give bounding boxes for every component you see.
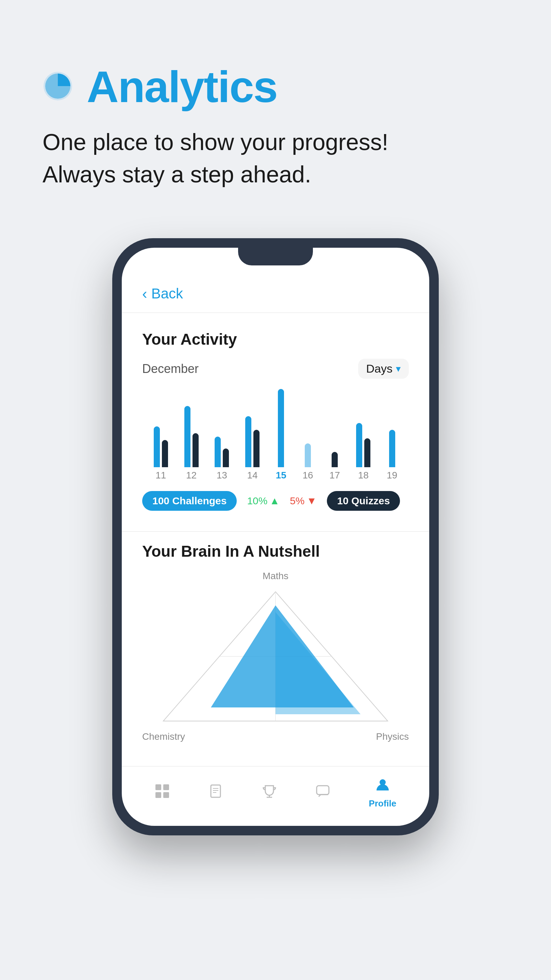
quizzes-badge: 10 Quizzes [327,491,400,511]
phone-notch [238,248,313,266]
activity-header: December Days ▾ [142,359,409,379]
stats-row: 100 Challenges 10% ▲ 5% ▼ 10 Quizzes [142,491,409,511]
svg-rect-8 [156,784,161,790]
maths-label: Maths [263,571,288,582]
nav-item-profile[interactable]: Profile [369,777,396,809]
phone-outer: ‹ Back Your Activity December Days ▾ [112,238,439,835]
day-label: 11 [156,470,166,481]
page-title: Analytics [87,61,277,112]
chat-icon [315,784,330,802]
header-section: Analytics One place to show your progres… [0,0,551,211]
bar-chart: 11 12 [142,392,409,481]
bar [364,438,370,467]
bar-group-17: 17 [329,452,340,481]
svg-rect-18 [317,786,329,795]
bar [332,452,338,467]
brain-title: Your Brain In A Nutshell [142,542,409,560]
brain-svg [156,585,395,728]
days-dropdown[interactable]: Days ▾ [358,359,409,379]
trophy-icon [262,784,277,802]
down-arrow-icon: ▼ [307,495,317,507]
svg-rect-12 [211,785,221,797]
bar [389,430,395,467]
back-label: Back [151,285,183,302]
month-label: December [142,362,198,376]
bar [192,433,198,467]
phone-screen: ‹ Back Your Activity December Days ▾ [122,248,429,826]
nav-item-grid[interactable] [155,784,170,802]
svg-rect-10 [156,792,161,798]
grid-icon [155,784,170,802]
book-icon [208,784,223,802]
back-button[interactable]: ‹ Back [122,275,429,312]
screen-content: ‹ Back Your Activity December Days ▾ [122,248,429,826]
dropdown-arrow-icon: ▾ [396,363,401,374]
day-label: 19 [387,470,397,481]
profile-icon [375,777,390,795]
day-label: 18 [358,470,369,481]
bar-group-14: 14 [245,416,259,481]
day-label: 17 [329,470,340,481]
brain-section: Your Brain In A Nutshell Maths [122,532,429,756]
challenges-badge: 100 Challenges [142,491,237,511]
up-arrow-icon: ▲ [269,495,279,507]
bar [356,423,362,467]
bar [162,440,168,467]
bar [223,449,229,467]
pct2-stat: 5% ▼ [290,495,317,507]
period-label: Days [366,362,392,375]
day-label: 16 [303,470,313,481]
bar [245,416,251,467]
day-label: 12 [186,470,197,481]
bar [253,430,259,467]
bar [214,437,221,467]
bottom-labels: Chemistry Physics [142,731,409,742]
day-label: 14 [247,470,257,481]
triangle-chart: Maths [142,571,409,742]
phone-mockup: ‹ Back Your Activity December Days ▾ [0,238,551,835]
bar [184,406,191,467]
bar-group-11: 11 [154,426,168,481]
header-subtitle: One place to show your progress! Always … [43,126,508,191]
svg-marker-7 [275,612,360,714]
bottom-nav: Profile [122,766,429,826]
back-chevron-icon: ‹ [142,285,147,302]
nav-item-trophy[interactable] [262,784,277,802]
nav-item-chat[interactable] [315,784,330,802]
bar [305,443,311,467]
nav-item-book[interactable] [208,784,223,802]
bar-group-18: 18 [356,423,370,481]
bar-group-13: 13 [214,437,229,481]
pct1-stat: 10% ▲ [247,495,279,507]
activity-section: Your Activity December Days ▾ [122,313,429,531]
day-label: 13 [217,470,227,481]
bar-group-19: 19 [387,430,397,481]
profile-label: Profile [369,798,396,809]
physics-label: Physics [376,731,409,742]
analytics-icon [43,71,73,103]
bar [154,426,160,467]
bar-group-15: 15 [276,389,286,481]
bar-group-16: 16 [303,443,313,481]
bar [278,389,284,467]
title-row: Analytics [43,61,508,112]
chemistry-label: Chemistry [142,731,185,742]
svg-rect-11 [163,792,169,798]
activity-title: Your Activity [142,330,409,348]
svg-rect-9 [163,784,169,790]
day-label: 15 [276,470,286,481]
bar-group-12: 12 [184,406,198,481]
